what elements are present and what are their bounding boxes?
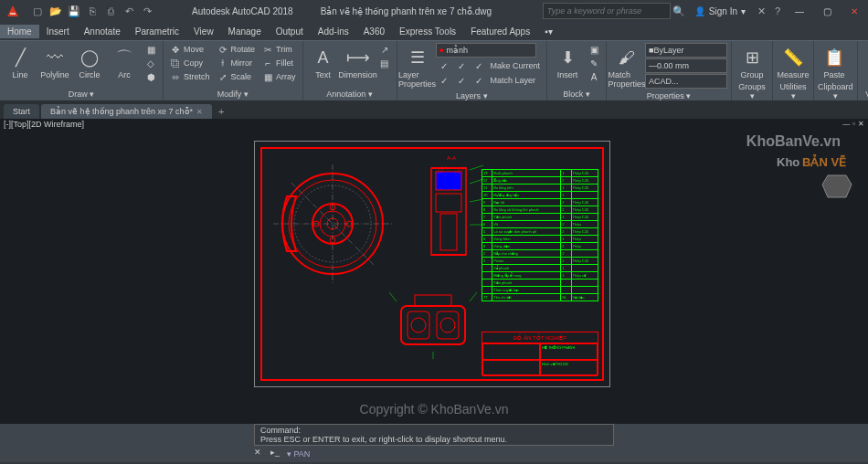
move-button[interactable]: ✥Move bbox=[167, 43, 213, 56]
svg-rect-19 bbox=[440, 214, 457, 250]
close-button[interactable]: ✕ bbox=[841, 0, 868, 22]
copy-button[interactable]: ⿻Copy bbox=[167, 57, 213, 69]
tab-parametric[interactable]: Parametric bbox=[128, 25, 186, 38]
make-current-button[interactable]: Make Current bbox=[488, 59, 544, 72]
current-document-tab[interactable]: Bản vẽ hệ thống phanh trên xe 7 chỗ*✕ bbox=[41, 104, 212, 119]
autocad-logo-icon[interactable] bbox=[4, 2, 22, 20]
tab-manage[interactable]: Manage bbox=[221, 25, 269, 38]
document-filename: Bản vẽ hệ thống phanh trên xe 7 chỗ.dwg bbox=[321, 6, 492, 16]
help-search-input[interactable] bbox=[543, 3, 671, 19]
command-history: Command: Press ESC or ENTER to exit, or … bbox=[254, 424, 614, 446]
line-button[interactable]: ╱Line bbox=[4, 43, 37, 81]
arc-button[interactable]: ⌒Arc bbox=[108, 43, 141, 81]
redo-icon[interactable]: ↷ bbox=[139, 3, 155, 19]
open-icon[interactable]: 📂 bbox=[48, 3, 64, 19]
vp-close-icon[interactable]: ✕ bbox=[858, 120, 864, 131]
draw-misc2[interactable]: ◇ bbox=[143, 57, 159, 69]
paste-button[interactable]: 📋Paste bbox=[818, 43, 851, 81]
minimize-button[interactable]: — bbox=[786, 0, 813, 22]
attr-button[interactable]: A bbox=[586, 70, 602, 83]
tab-addins[interactable]: Add-ins bbox=[311, 25, 356, 38]
svg-rect-33 bbox=[415, 295, 451, 306]
layer-btn1[interactable]: ✓ bbox=[436, 59, 452, 72]
tab-extra-icon[interactable]: ▪▾ bbox=[537, 25, 560, 38]
insert-button[interactable]: ⬇Insert bbox=[551, 43, 584, 81]
app-title: Autodesk AutoCAD 2018 bbox=[192, 6, 293, 16]
text-button[interactable]: AText bbox=[307, 43, 340, 81]
tab-annotate[interactable]: Annotate bbox=[77, 25, 128, 38]
vp-restore-icon[interactable]: ▫ bbox=[852, 120, 855, 131]
color-combo[interactable]: ■ ByLayer bbox=[645, 43, 727, 58]
base-button[interactable]: ▣Base bbox=[862, 43, 868, 81]
maximize-button[interactable]: ▢ bbox=[813, 0, 841, 22]
layer-btn5[interactable]: ✓ bbox=[453, 74, 470, 87]
layer-properties-button[interactable]: ☰Layer Properties bbox=[401, 43, 434, 90]
tab-express[interactable]: Express Tools bbox=[392, 25, 463, 38]
command-close-icon[interactable]: ✕ bbox=[254, 448, 267, 460]
close-tab-icon[interactable]: ✕ bbox=[196, 108, 203, 116]
polyline-button[interactable]: 〰Polyline bbox=[38, 43, 71, 81]
circle-button[interactable]: ◯Circle bbox=[73, 43, 106, 81]
tab-view[interactable]: View bbox=[186, 25, 221, 38]
group-button[interactable]: ⊞Group bbox=[736, 43, 768, 81]
command-input[interactable]: ▾ PAN bbox=[287, 449, 310, 459]
start-tab[interactable]: Start bbox=[4, 104, 39, 119]
panel-properties: 🖌Match Properties ■ ByLayer — 0.00 mm AC… bbox=[607, 41, 732, 100]
match-layer-button[interactable]: Match Layer bbox=[488, 74, 539, 87]
draw-misc3[interactable]: ⬢ bbox=[143, 70, 159, 83]
undo-icon[interactable]: ↶ bbox=[121, 3, 137, 19]
mirror-button[interactable]: ⫲Mirror bbox=[215, 57, 259, 69]
new-tab-button[interactable]: + bbox=[214, 104, 228, 119]
tab-insert[interactable]: Insert bbox=[39, 25, 77, 38]
drawing-viewport[interactable]: KhoBanVe.vn KhoBẢN VẼ bbox=[0, 132, 868, 424]
layer-btn6[interactable]: ✓ bbox=[471, 74, 487, 87]
viewport-label[interactable]: [-][Top][2D Wireframe] bbox=[4, 120, 84, 131]
trim-button[interactable]: ✂Trim bbox=[259, 43, 299, 56]
dimension-button[interactable]: ⟼Dimension bbox=[342, 43, 375, 81]
help-icon[interactable]: ? bbox=[769, 3, 786, 19]
search-icon[interactable]: 🔍 bbox=[671, 3, 687, 19]
draw-misc1[interactable]: ▦ bbox=[143, 43, 159, 56]
save-icon[interactable]: 💾 bbox=[66, 3, 82, 19]
tab-output[interactable]: Output bbox=[269, 25, 311, 38]
layer-combo[interactable]: ● mảnh bbox=[436, 43, 536, 58]
leader-button[interactable]: ↗ bbox=[376, 43, 393, 56]
lineweight-combo[interactable]: — 0.00 mm bbox=[645, 58, 727, 73]
ribbon: ╱Line 〰Polyline ◯Circle ⌒Arc ▦ ◇ ⬢ Draw … bbox=[0, 40, 868, 100]
rotate-icon: ⟳ bbox=[217, 44, 228, 55]
vp-minimize-icon[interactable]: — bbox=[842, 120, 850, 131]
brake-disc-view bbox=[273, 164, 392, 283]
plot-icon[interactable]: ⎙ bbox=[102, 3, 119, 19]
line-icon: ╱ bbox=[7, 45, 33, 70]
exchange-icon[interactable]: ✕ bbox=[753, 3, 769, 19]
match-properties-button[interactable]: 🖌Match Properties bbox=[610, 43, 643, 90]
layer-btn3[interactable]: ✓ bbox=[471, 59, 487, 72]
create-button[interactable]: ▣ bbox=[586, 43, 602, 56]
tab-a360[interactable]: A360 bbox=[356, 25, 392, 38]
layer-btn2[interactable]: ✓ bbox=[453, 59, 470, 72]
command-prompt-icon[interactable]: ▸_ bbox=[270, 448, 283, 460]
tab-home[interactable]: Home bbox=[0, 25, 39, 38]
new-icon[interactable]: ▢ bbox=[29, 3, 46, 19]
table-button[interactable]: ▤ bbox=[376, 57, 393, 69]
edit-button[interactable]: ✎ bbox=[586, 57, 602, 69]
linetype-combo[interactable]: ACAD... bbox=[645, 74, 727, 89]
scale-button[interactable]: ⤢Scale bbox=[215, 70, 259, 83]
saveas-icon[interactable]: ⎘ bbox=[84, 3, 101, 19]
rotate-button[interactable]: ⟳Rotate bbox=[215, 43, 259, 56]
fillet-button[interactable]: ⌐Fillet bbox=[259, 57, 299, 69]
measure-button[interactable]: 📏Measure bbox=[777, 43, 810, 81]
signin-button[interactable]: 👤 Sign In ▾ bbox=[694, 6, 746, 16]
panel-annotation: AText ⟼Dimension ↗ ▤ Annotation ▾ bbox=[303, 41, 397, 100]
viewport-controls-bar: [-][Top][2D Wireframe] — ▫ ✕ bbox=[0, 119, 868, 132]
view-cube[interactable] bbox=[819, 168, 855, 205]
layer-btn4[interactable]: ✓ bbox=[436, 74, 452, 87]
parts-list-table: 13Đuôi phanh1Thép C4512Ống dầu2Thép C451… bbox=[482, 169, 598, 301]
array-button[interactable]: ▦Array bbox=[259, 70, 299, 83]
stretch-button[interactable]: ⬄Stretch bbox=[167, 70, 213, 83]
tab-featured[interactable]: Featured Apps bbox=[463, 25, 537, 38]
dimension-icon: ⟼ bbox=[345, 45, 371, 70]
measure-icon: 📏 bbox=[780, 45, 806, 70]
svg-rect-18 bbox=[436, 194, 461, 212]
match-icon: 🖌 bbox=[614, 45, 640, 70]
